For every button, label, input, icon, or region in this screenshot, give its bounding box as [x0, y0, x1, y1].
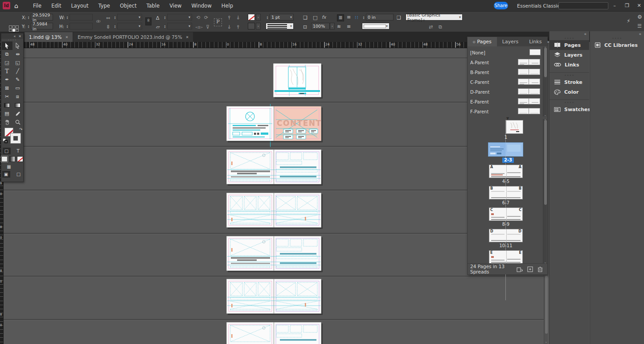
panel-menu-icon[interactable]: ☰ — [637, 23, 642, 29]
preview-mode-button[interactable]: □ — [15, 171, 23, 178]
tab-layers[interactable]: Layers — [497, 37, 524, 46]
menu-view[interactable]: View — [164, 0, 186, 12]
dock-grip[interactable]: •••• — [590, 37, 644, 40]
scissors-tool[interactable]: ✂ — [2, 92, 12, 101]
dock-item-layers[interactable]: Layers — [550, 50, 589, 60]
flip-horizontal-icon[interactable]: ◅▻ — [195, 24, 203, 30]
h-stepper[interactable]: ▴▾ — [66, 23, 69, 29]
x-field[interactable]: 29.5929 in — [31, 14, 53, 21]
minimize-button[interactable]: – — [609, 0, 620, 11]
horizontal-ruler[interactable]: 48 40 32 24 16 8 0 8 16 24 32 40 48 56 — [4, 42, 544, 48]
tab-links[interactable]: Links — [524, 37, 547, 46]
h-field[interactable] — [70, 23, 93, 29]
spread-pages-8-9[interactable] — [226, 236, 321, 271]
rotation-stepper[interactable]: ▴▾ — [163, 14, 167, 21]
spread-thumb-8-9[interactable]: C C — [489, 207, 523, 221]
doc-tab-inactive[interactable]: Emmy Sondell PORTFOLIO 2023.indd @ 75% ✕ — [73, 32, 193, 42]
menu-file[interactable]: File — [28, 0, 46, 12]
scale-x-stepper[interactable]: ▴▾ — [113, 14, 117, 21]
stroke-swatch[interactable] — [11, 133, 21, 143]
spread-label-8-9[interactable]: 8-9 — [492, 222, 519, 227]
scrollbar-thumb[interactable] — [545, 276, 548, 334]
menu-layout[interactable]: Layout — [66, 0, 93, 12]
stroke-color-expand[interactable]: › — [256, 14, 261, 21]
note-tool[interactable]: ▤ — [2, 109, 12, 118]
parent-c-thumbs[interactable] — [518, 79, 540, 85]
w-field[interactable] — [70, 14, 93, 21]
corner-options-icon[interactable]: ❑ — [303, 15, 308, 21]
effects-icon[interactable]: fx — [322, 15, 326, 20]
wrap-bounding-icon[interactable]: ≡ — [347, 14, 351, 20]
shear-stepper[interactable]: ▴▾ — [163, 23, 167, 29]
quick-actions-icon[interactable]: ⚡ — [627, 18, 630, 24]
delete-page-icon[interactable] — [537, 266, 543, 272]
free-transform-tool[interactable]: ⧈ — [12, 92, 23, 101]
parent-none-thumb[interactable] — [529, 49, 541, 55]
style-override-icon-2[interactable]: ⧉ — [439, 24, 442, 30]
dock-grip[interactable]: •••• — [550, 37, 589, 40]
type-tool[interactable]: T — [2, 67, 12, 75]
spread-pages-6-7[interactable] — [226, 193, 321, 228]
menu-table[interactable]: Table — [141, 0, 164, 12]
fill-color-expand[interactable]: › — [256, 23, 261, 29]
workspace-switcher[interactable]: Essentials Classic ▾ — [517, 2, 565, 10]
pencil-tool[interactable]: ✎ — [12, 75, 23, 84]
wrap-jump-icon[interactable]: ≡ — [347, 24, 351, 29]
y-stepper[interactable]: ▴▾ — [27, 23, 30, 29]
opacity-field[interactable]: 100% — [311, 23, 330, 29]
page-tool[interactable]: ⧉ — [2, 50, 12, 58]
gear-icon[interactable]: ⚙ — [637, 14, 642, 20]
spread-page-1[interactable] — [273, 63, 321, 97]
tab-close-icon[interactable]: ✕ — [65, 35, 68, 39]
spread-thumb-2-3[interactable] — [488, 142, 523, 157]
restore-button[interactable]: ❐ — [621, 0, 633, 11]
rotate-ccw-icon[interactable]: ⟲ — [196, 15, 200, 21]
default-fill-stroke-icon[interactable] — [3, 138, 8, 143]
apply-color-button[interactable] — [1, 156, 8, 162]
constrain-scale-icon[interactable]: ∞ — [145, 17, 152, 25]
menu-window[interactable]: Window — [186, 0, 216, 12]
line-tool[interactable]: ╱ — [12, 67, 23, 75]
canvas-pasteboard[interactable]: CONTENT — [4, 48, 544, 344]
close-icon[interactable]: ✕ — [18, 34, 21, 38]
view-options-button[interactable]: ▦ — [5, 163, 13, 170]
content-collector-tool[interactable]: ◲ — [2, 58, 12, 67]
gap-tool[interactable]: ⇹ — [12, 50, 23, 58]
menu-help[interactable]: Help — [217, 0, 238, 12]
spread-thumb-6-7[interactable]: B B — [489, 186, 523, 199]
edit-page-size-icon[interactable] — [517, 266, 523, 272]
scale-y-combo[interactable]: ▾ — [117, 23, 142, 29]
dock-item-color[interactable]: Color — [550, 87, 589, 97]
dock-collapse[interactable]: « — [590, 31, 644, 37]
dock-item-swatches[interactable]: Swatches — [550, 104, 589, 114]
spread-label-2-3[interactable]: 2-3 — [502, 157, 514, 163]
x-stepper[interactable]: ▴▾ — [27, 14, 30, 21]
dock-item-pages[interactable]: Pages — [550, 40, 589, 50]
spread-pages-2-3[interactable]: CONTENT — [226, 106, 321, 141]
scale-x-combo[interactable]: ▾ — [117, 14, 142, 21]
distribute-icon-1[interactable]: ⫯ — [228, 15, 230, 21]
spread-pages-12-13[interactable] — [226, 322, 321, 344]
spread-pages-4-5[interactable] — [226, 149, 321, 184]
home-icon[interactable]: ⌂ — [14, 2, 18, 9]
rotation-combo[interactable]: ▾ — [167, 14, 192, 21]
close-button[interactable]: ✕ — [633, 0, 644, 11]
apply-none-button[interactable] — [17, 156, 23, 162]
scroll-down-icon[interactable]: ⌄ — [544, 340, 548, 344]
collapse-icon[interactable]: « — [13, 34, 16, 38]
gradient-swatch-tool[interactable] — [2, 101, 12, 109]
spread-label-10-11[interactable]: 10-11 — [492, 243, 519, 248]
dock-item-stroke[interactable]: Stroke — [550, 77, 589, 87]
spread-pages-10-11[interactable] — [226, 279, 321, 314]
spread-label-4-5[interactable]: 4-5 — [492, 179, 519, 184]
direct-selection-tool[interactable] — [12, 41, 23, 50]
search-input[interactable] — [558, 2, 608, 9]
swap-fill-stroke-icon[interactable]: ↷ — [19, 127, 23, 132]
constrain-dimensions-icon[interactable]: ⧞ — [96, 18, 101, 24]
snap-icon[interactable]: ⁝⁝ — [355, 15, 359, 21]
parent-f-thumbs[interactable] — [518, 108, 540, 114]
parents-scrollbar[interactable]: ⌃⌄ — [543, 47, 547, 116]
frame-tool[interactable]: ⊠ — [2, 84, 12, 92]
spread-label-6-7[interactable]: 6-7 — [492, 200, 519, 205]
parent-b-thumbs[interactable] — [518, 69, 540, 75]
